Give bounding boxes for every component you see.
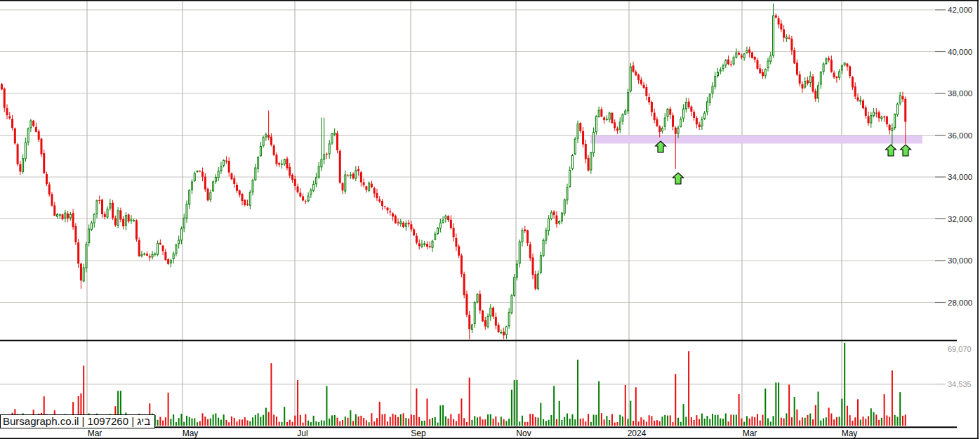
candle-body-down (98, 200, 100, 201)
volume-bar (379, 402, 380, 426)
candle (244, 199, 246, 207)
volume-bar (839, 417, 840, 426)
candle (862, 99, 864, 110)
candle (439, 218, 441, 232)
candle-body-down (397, 222, 399, 223)
candle (96, 199, 98, 218)
candle (654, 109, 656, 124)
candle (170, 258, 171, 267)
candle (252, 178, 253, 195)
volume-bar (194, 419, 195, 426)
candle (213, 181, 214, 192)
candle (122, 216, 124, 230)
volume-bar (329, 419, 330, 426)
candle-body-down (447, 216, 449, 220)
volume-bar (778, 382, 779, 426)
volume-bar (511, 390, 512, 426)
candlestick-chart[interactable]: 42,00040,00038,00036,00034,00032,00030,0… (0, 0, 980, 439)
candle-body-up (152, 254, 153, 257)
volume-bar (818, 392, 819, 426)
candle (767, 58, 769, 71)
candle (844, 62, 845, 66)
volume-bar (408, 419, 409, 426)
candle-body-down (67, 214, 69, 218)
candle-body-up (720, 70, 721, 71)
volume-bar (717, 415, 719, 426)
candle (313, 181, 314, 192)
candle-body-up (258, 157, 259, 169)
candle (648, 93, 650, 105)
candle-body-up (841, 66, 842, 70)
volume-bar (234, 418, 235, 426)
candle-body-down (503, 332, 505, 335)
volume-bar (223, 414, 225, 426)
candle-body-down (878, 112, 880, 118)
volume-bar (418, 417, 420, 426)
candle (778, 15, 780, 28)
month-label: May (183, 428, 199, 438)
candle-body-down (336, 133, 338, 150)
volume-bar (207, 419, 208, 426)
volume-bar (673, 422, 674, 426)
volume-bar (875, 414, 877, 426)
volume-bar (640, 417, 642, 426)
candle-body-down (643, 85, 645, 88)
candle (685, 98, 687, 113)
buy-signal-arrows (656, 141, 911, 184)
candle (783, 25, 785, 42)
volume-bar (442, 405, 444, 426)
volume-bar (294, 416, 296, 426)
volume-bar (477, 417, 478, 426)
volume-bar (628, 419, 629, 426)
candle-body-up (329, 144, 330, 154)
candle-body-down (614, 122, 616, 128)
candle (112, 200, 114, 221)
candle (144, 253, 145, 256)
candle-body-down (418, 243, 421, 246)
candle-body-down (389, 211, 391, 212)
candle-body-down (297, 186, 299, 192)
volume-bar (574, 419, 576, 426)
candle-body-up (117, 211, 119, 225)
volume-bar (448, 419, 449, 426)
candle-body-up (818, 86, 819, 98)
candle (11, 115, 13, 131)
candle-body-down (783, 30, 785, 38)
candle (835, 76, 837, 83)
volume-bar (857, 399, 859, 426)
candle (484, 317, 486, 330)
candle-body-up (767, 61, 769, 68)
volume-bar (649, 415, 650, 426)
volume-bar (268, 412, 270, 426)
volume-bar (263, 415, 264, 426)
candle (387, 207, 389, 214)
volume-bar (698, 419, 700, 426)
candle (110, 199, 111, 211)
candle-body-down (479, 294, 481, 310)
candle (426, 241, 428, 249)
candle-body-up (540, 256, 541, 273)
candle (619, 117, 621, 133)
volume-bar (701, 414, 703, 426)
candle (378, 196, 380, 203)
candle (146, 251, 148, 256)
candle-body-down (788, 38, 790, 39)
candle (764, 68, 766, 78)
volume-bar (522, 416, 523, 426)
candle (492, 306, 494, 319)
candle (397, 218, 399, 226)
candle (65, 210, 66, 223)
volume-bar (180, 414, 182, 426)
candle-body-up (619, 122, 621, 129)
candle (770, 52, 772, 64)
candle-body-down (698, 124, 701, 127)
candle (532, 254, 534, 280)
volume-axis: 69,07034,535 (935, 345, 972, 388)
candle (141, 251, 143, 257)
candle (514, 274, 515, 297)
volume-bar (305, 414, 306, 426)
candle-body-down (640, 80, 642, 84)
candle-body-up (213, 182, 214, 191)
candle (571, 154, 573, 170)
month-label: May (842, 428, 858, 438)
